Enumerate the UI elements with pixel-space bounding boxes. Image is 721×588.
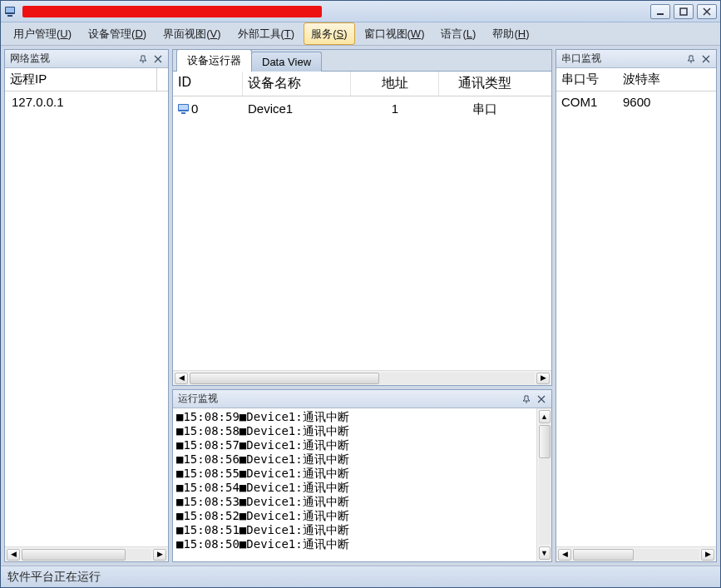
monitor-icon — [178, 102, 190, 112]
panel-title: 网络监视 — [10, 52, 135, 66]
device-table-header: ID 设备名称 地址 通讯类型 — [173, 72, 551, 96]
scroll-right-button[interactable]: ▶ — [153, 549, 166, 561]
svg-rect-3 — [657, 13, 664, 15]
menu-s[interactable]: 服务(S) — [304, 22, 354, 45]
log-line: 15:08:54■Device1:通讯中断 — [176, 481, 533, 495]
work-area: 网络监视 远程IP 127.0.0.1 ◀ ▶ 设备运行器Data — [1, 46, 720, 566]
log-line: 15:08:56■Device1:通讯中断 — [176, 452, 533, 467]
serial-monitor-panel: 串口监视 串口号 波特率 COM19600 ◀ ▶ — [556, 49, 717, 562]
menu-d[interactable]: 设备管理(D) — [81, 22, 154, 45]
pin-icon[interactable] — [684, 52, 698, 66]
log-line: 15:08:52■Device1:通讯中断 — [176, 509, 533, 523]
document-area: 设备运行器Data View ID 设备名称 地址 通讯类型 0Device11… — [172, 49, 552, 386]
log-line: 15:08:51■Device1:通讯中断 — [176, 523, 533, 537]
scroll-left-button[interactable]: ◀ — [558, 549, 571, 561]
column-remote-ip[interactable]: 远程IP — [5, 68, 156, 91]
column-port[interactable]: 串口号 — [556, 68, 618, 91]
document-tabs: 设备运行器Data View — [173, 50, 551, 72]
pin-icon[interactable] — [520, 393, 533, 406]
serial-table-header: 串口号 波特率 — [556, 68, 716, 91]
panel-title: 串口监视 — [561, 52, 683, 66]
log-line: 15:08:59■Device1:通讯中断 — [176, 410, 533, 424]
menu-u[interactable]: 用户管理(U) — [6, 22, 79, 45]
serial-row[interactable]: COM19600 — [556, 91, 716, 112]
title-text-redacted — [22, 6, 322, 17]
svg-rect-2 — [7, 15, 12, 17]
serial-monitor-header[interactable]: 串口监视 — [556, 50, 716, 68]
device-row[interactable]: 0Device11串口 — [173, 96, 551, 122]
title-bar — [1, 1, 720, 22]
scroll-down-button[interactable]: ▼ — [539, 546, 551, 560]
log-line: 15:08:55■Device1:通讯中断 — [176, 467, 533, 481]
scroll-left-button[interactable]: ◀ — [7, 549, 20, 561]
tab-data-view[interactable]: Data View — [251, 52, 322, 72]
network-monitor-header[interactable]: 网络监视 — [5, 50, 168, 68]
scroll-right-button[interactable]: ▶ — [701, 549, 714, 561]
log-output: 15:08:59■Device1:通讯中断15:08:58■Device1:通讯… — [173, 408, 536, 561]
network-row[interactable]: 127.0.0.1 — [5, 91, 168, 112]
panel-title: 运行监视 — [178, 392, 518, 406]
scroll-left-button[interactable]: ◀ — [175, 373, 188, 384]
log-line: 15:08:58■Device1:通讯中断 — [176, 424, 533, 438]
column-comm-type[interactable]: 通讯类型 — [439, 72, 531, 96]
menu-t[interactable]: 外部工具(T) — [230, 22, 303, 45]
column-address[interactable]: 地址 — [351, 72, 439, 96]
close-icon[interactable] — [699, 52, 713, 66]
log-line: 15:08:50■Device1:通讯中断 — [176, 537, 533, 551]
close-icon[interactable] — [535, 393, 548, 406]
svg-rect-1 — [6, 7, 14, 12]
log-line: 15:08:53■Device1:通讯中断 — [176, 495, 533, 509]
h-scrollbar[interactable]: ◀ ▶ — [173, 370, 551, 385]
menu-v[interactable]: 界面视图(V) — [156, 22, 228, 45]
minimize-button[interactable] — [650, 4, 670, 19]
column-id[interactable]: ID — [173, 72, 243, 96]
h-scrollbar[interactable]: ◀ ▶ — [556, 546, 716, 561]
app-icon — [4, 5, 17, 18]
v-scrollbar[interactable]: ▲ ▼ — [536, 408, 551, 561]
status-text: 软件平台正在运行 — [7, 570, 101, 585]
log-line: 15:08:57■Device1:通讯中断 — [176, 438, 533, 452]
tab-设备运行器[interactable]: 设备运行器 — [176, 49, 252, 72]
scroll-right-button[interactable]: ▶ — [536, 373, 550, 384]
menu-w[interactable]: 窗口视图(W) — [357, 22, 432, 45]
svg-rect-4 — [680, 8, 687, 15]
column-baud[interactable]: 波特率 — [618, 68, 716, 91]
column-device-name[interactable]: 设备名称 — [243, 72, 351, 96]
menu-h[interactable]: 帮助(H) — [485, 22, 536, 45]
running-monitor-panel: 运行监视 15:08:59■Device1:通讯中断15:08:58■Devic… — [172, 389, 552, 562]
scroll-up-button[interactable]: ▲ — [539, 410, 551, 423]
column-extra[interactable] — [156, 68, 168, 91]
pin-icon[interactable] — [136, 52, 150, 66]
menu-bar: 用户管理(U)设备管理(D)界面视图(V)外部工具(T)服务(S)窗口视图(W)… — [1, 22, 720, 46]
svg-rect-7 — [181, 112, 185, 114]
status-bar: 软件平台正在运行 — [1, 566, 720, 587]
svg-rect-6 — [179, 105, 188, 110]
network-monitor-panel: 网络监视 远程IP 127.0.0.1 ◀ ▶ — [4, 49, 169, 562]
running-monitor-header[interactable]: 运行监视 — [173, 390, 551, 408]
network-table-header: 远程IP — [5, 68, 168, 91]
menu-l[interactable]: 语言(L) — [433, 22, 483, 45]
h-scrollbar[interactable]: ◀ ▶ — [5, 546, 168, 561]
close-button[interactable] — [697, 4, 717, 19]
maximize-button[interactable] — [674, 4, 694, 19]
close-icon[interactable] — [151, 52, 165, 66]
